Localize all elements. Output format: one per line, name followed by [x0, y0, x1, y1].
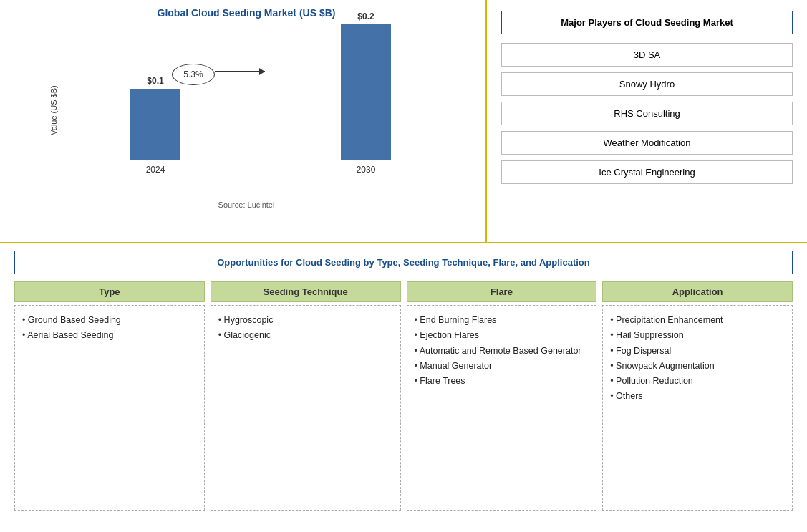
cagr-annotation: 5.3% — [172, 64, 215, 85]
bar-group-2024: $0.1 2024 — [130, 76, 180, 175]
column-content-seeding: Hygroscopic Glaciogenic — [211, 305, 401, 511]
source-text: Source: Lucintel — [21, 200, 471, 209]
column-content-application: Precipitation Enhancement Hail Suppressi… — [602, 305, 793, 511]
list-item: Ground Based Seeding — [22, 313, 197, 328]
bar-label-2024: 2024 — [146, 165, 165, 175]
list-item: Others — [610, 389, 785, 404]
player-item-3: Weather Modification — [501, 131, 793, 155]
column-header-seeding: Seeding Technique — [211, 281, 401, 302]
cagr-ellipse: 5.3% — [172, 64, 215, 85]
list-item: Hygroscopic — [218, 313, 393, 328]
list-item: Aerial Based Seeding — [22, 328, 197, 343]
bar-2024 — [130, 89, 180, 160]
bar-value-2030: $0.2 — [357, 11, 374, 21]
player-item-0: 3D SA — [501, 43, 793, 67]
list-item: Flare Trees — [415, 374, 589, 389]
column-seeding-technique: Seeding Technique Hygroscopic Glaciogeni… — [211, 281, 401, 511]
top-section: Global Cloud Seeding Market (US $B) Valu… — [0, 0, 807, 243]
cagr-arrow — [215, 71, 265, 72]
list-item: Precipitation Enhancement — [610, 313, 785, 328]
opportunities-title: Opportunities for Cloud Seeding by Type,… — [14, 251, 793, 274]
bottom-section: Opportunities for Cloud Seeding by Type,… — [0, 243, 807, 532]
bar-2030 — [341, 24, 391, 160]
column-header-flare: Flare — [407, 281, 597, 302]
player-item-4: Ice Crystal Engineering — [501, 160, 793, 184]
chart-container: Value (US $B) $0.1 2024 5.3% — [50, 24, 471, 196]
bar-group-2030: $0.2 2030 — [341, 11, 391, 175]
column-header-application: Application — [602, 281, 793, 302]
column-header-type: Type — [14, 281, 205, 302]
list-item: Automatic and Remote Based Generator — [415, 344, 589, 359]
list-item: Pollution Reduction — [610, 374, 785, 389]
chart-title: Global Cloud Seeding Market (US $B) — [21, 7, 471, 19]
column-content-type: Ground Based Seeding Aerial Based Seedin… — [14, 305, 205, 511]
list-item: End Burning Flares — [415, 313, 589, 328]
list-item: Snowpack Augmentation — [610, 359, 785, 374]
list-item: Hail Suppression — [610, 328, 785, 343]
player-item-2: RHS Consulting — [501, 102, 793, 125]
columns-container: Type Ground Based Seeding Aerial Based S… — [14, 281, 793, 511]
cagr-label: 5.3% — [183, 69, 203, 79]
chart-area: Global Cloud Seeding Market (US $B) Valu… — [0, 0, 487, 242]
bar-value-2024: $0.1 — [147, 76, 163, 86]
list-item: Glaciogenic — [218, 328, 393, 343]
player-item-1: Snowy Hydro — [501, 72, 793, 96]
chart-inner: $0.1 2024 5.3% $0.2 — [50, 24, 471, 196]
column-application: Application Precipitation Enhancement Ha… — [602, 281, 793, 511]
bar-label-2030: 2030 — [357, 165, 376, 175]
list-item: Ejection Flares — [415, 328, 589, 343]
list-item: Manual Generator — [415, 359, 589, 374]
list-item: Fog Dispersal — [610, 344, 785, 359]
players-title: Major Players of Cloud Seeding Market — [501, 11, 793, 34]
players-area: Major Players of Cloud Seeding Market 3D… — [487, 0, 807, 242]
column-type: Type Ground Based Seeding Aerial Based S… — [14, 281, 205, 511]
column-flare: Flare End Burning Flares Ejection Flares… — [407, 281, 597, 511]
column-content-flare: End Burning Flares Ejection Flares Autom… — [407, 305, 597, 511]
